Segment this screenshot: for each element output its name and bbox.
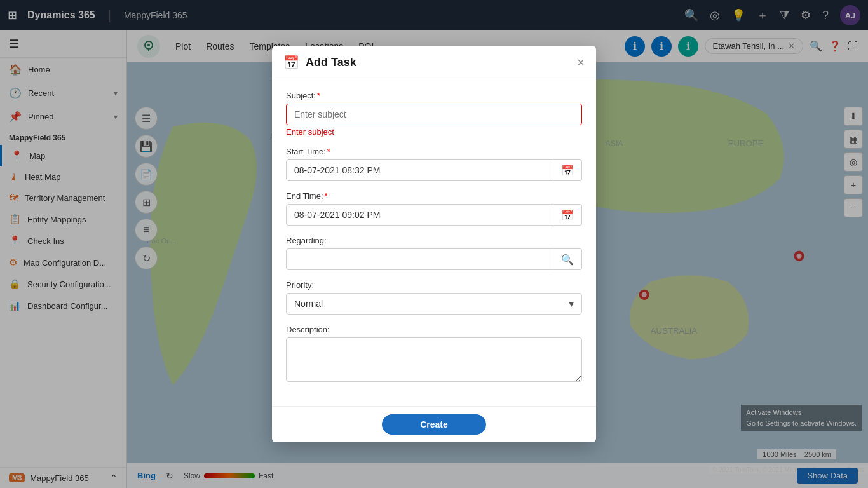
priority-label: Priority: <box>286 280 582 290</box>
start-time-input-wrapper: 📅 <box>286 159 582 181</box>
dialog-footer: Create <box>272 406 596 442</box>
regarding-label: Regarding: <box>286 236 582 245</box>
regarding-search-btn[interactable]: 🔍 <box>553 248 582 270</box>
subject-input[interactable] <box>286 104 582 125</box>
end-time-input-wrapper: 📅 <box>286 204 582 226</box>
subject-error-msg: Enter subject <box>286 127 582 137</box>
subject-field: Subject:* Enter subject <box>286 91 582 137</box>
start-time-field: Start Time:* 📅 <box>286 147 582 181</box>
dialog-overlay: 📅 Add Task × Subject:* Enter subject Sta… <box>0 0 868 488</box>
priority-select-wrapper: Normal Low High ▼ <box>286 293 582 315</box>
dialog-body: Subject:* Enter subject Start Time:* 📅 E… <box>272 79 596 406</box>
dialog-header-icon: 📅 <box>283 55 299 70</box>
description-textarea[interactable] <box>286 337 582 382</box>
end-time-field: End Time:* 📅 <box>286 191 582 226</box>
description-field: Description: <box>286 325 582 384</box>
end-time-calendar-btn[interactable]: 📅 <box>553 204 582 226</box>
start-time-input[interactable] <box>286 159 553 181</box>
regarding-field: Regarding: 🔍 <box>286 236 582 270</box>
dialog-header: 📅 Add Task × <box>272 46 596 79</box>
end-time-label: End Time:* <box>286 191 582 201</box>
subject-label: Subject:* <box>286 91 582 100</box>
start-time-label: Start Time:* <box>286 147 582 156</box>
create-button[interactable]: Create <box>382 414 486 435</box>
priority-select[interactable]: Normal Low High <box>286 293 582 315</box>
description-label: Description: <box>286 325 582 334</box>
dialog-title: Add Task <box>306 56 571 69</box>
regarding-input-wrapper: 🔍 <box>286 248 582 270</box>
start-time-calendar-btn[interactable]: 📅 <box>553 159 582 181</box>
add-task-dialog: 📅 Add Task × Subject:* Enter subject Sta… <box>272 46 596 442</box>
priority-field: Priority: Normal Low High ▼ <box>286 280 582 315</box>
end-time-input[interactable] <box>286 204 553 226</box>
regarding-input[interactable] <box>286 248 553 270</box>
dialog-close-button[interactable]: × <box>577 55 585 70</box>
